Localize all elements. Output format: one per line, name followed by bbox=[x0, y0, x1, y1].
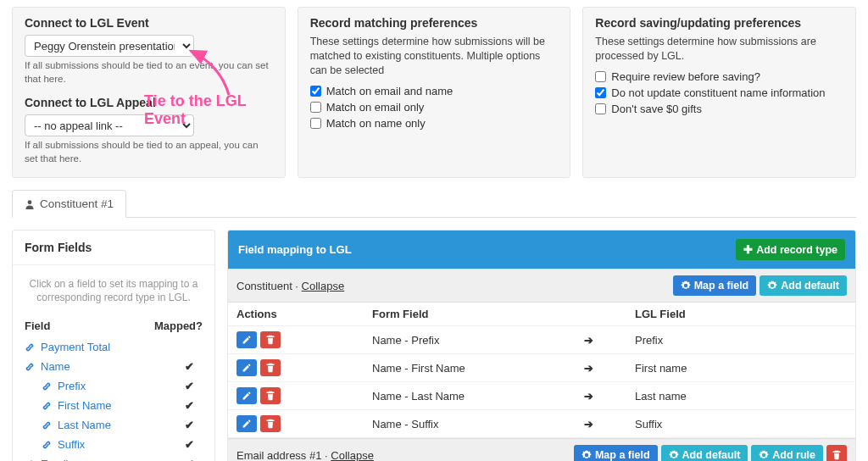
lgl-field-cell: Prefix bbox=[635, 334, 847, 347]
delete-mapping-button[interactable] bbox=[260, 331, 281, 348]
field-item: First Name✔ bbox=[13, 396, 214, 415]
edit-mapping-button[interactable] bbox=[236, 359, 257, 376]
match-checkbox[interactable] bbox=[310, 102, 321, 113]
appeal-hint: If all submissions should be tied to an … bbox=[25, 139, 273, 165]
field-link[interactable]: Name bbox=[25, 360, 70, 373]
saving-title: Record saving/updating preferences bbox=[595, 16, 843, 30]
match-option[interactable]: Match on email and name bbox=[310, 85, 559, 97]
form-field-cell: Name - Suffix bbox=[372, 418, 584, 430]
mapping-row: Name - Suffix➔Suffix bbox=[228, 410, 855, 438]
field-item: Prefix✔ bbox=[13, 376, 214, 396]
collapse-link[interactable]: Collapse bbox=[302, 280, 345, 292]
user-icon bbox=[25, 199, 35, 209]
edit-mapping-button[interactable] bbox=[236, 387, 257, 404]
group-name: Email address #1 · Collapse bbox=[236, 449, 374, 461]
link-icon bbox=[42, 401, 52, 411]
save-checkbox[interactable] bbox=[595, 71, 606, 82]
form-field-cell: Name - Last Name bbox=[372, 390, 584, 403]
event-select[interactable]: Peggy Orenstein presentation bbox=[25, 35, 194, 57]
trash-icon bbox=[265, 363, 275, 373]
add-record-type-button[interactable]: ✚Add record type bbox=[736, 239, 845, 260]
saving-panel: Record saving/updating preferences These… bbox=[582, 7, 856, 178]
gear-icon bbox=[581, 450, 592, 460]
link-icon bbox=[25, 342, 35, 353]
check-icon: ✔ bbox=[185, 399, 203, 412]
form-fields-panel: Form Fields Click on a field to set its … bbox=[12, 230, 215, 461]
field-link[interactable]: Prefix bbox=[42, 380, 86, 392]
edit-mapping-button[interactable] bbox=[236, 415, 257, 432]
save-checkbox[interactable] bbox=[595, 103, 606, 114]
gear-icon bbox=[669, 450, 679, 460]
mapping-columns: ActionsForm FieldLGL Field bbox=[228, 303, 855, 326]
link-icon bbox=[25, 362, 35, 372]
form-field-cell: Name - Prefix bbox=[372, 334, 584, 347]
tab-label: Constituent #1 bbox=[40, 197, 114, 210]
mapping-row: Name - Prefix➔Prefix bbox=[228, 326, 855, 354]
col-field: Field bbox=[25, 319, 50, 332]
field-link[interactable]: Email bbox=[25, 458, 69, 461]
edit-mapping-button[interactable] bbox=[236, 331, 257, 348]
tabs: Constituent #1 bbox=[12, 190, 856, 218]
gear-icon bbox=[759, 450, 769, 460]
mapping-title: Field mapping to LGL bbox=[238, 243, 352, 256]
matching-title: Record matching preferences bbox=[310, 16, 559, 30]
add-rule-button[interactable]: Add rule bbox=[751, 445, 823, 461]
delete-mapping-button[interactable] bbox=[260, 415, 281, 432]
check-icon: ✔ bbox=[185, 438, 203, 451]
trash-icon bbox=[265, 419, 275, 429]
field-link[interactable]: Suffix bbox=[42, 438, 85, 451]
connect-event-title: Connect to LGL Event bbox=[25, 16, 273, 30]
trash-icon bbox=[265, 391, 275, 401]
mapping-row: Name - Last Name➔Last name bbox=[228, 382, 855, 410]
edit-icon bbox=[242, 335, 252, 345]
connect-appeal-title: Connect to LGL Appeal bbox=[25, 96, 273, 109]
map-field-button[interactable]: Map a field bbox=[574, 445, 658, 461]
tab-constituent-1[interactable]: Constituent #1 bbox=[12, 190, 126, 218]
match-checkbox[interactable] bbox=[310, 86, 321, 97]
connect-panel: Connect to LGL Event Peggy Orenstein pre… bbox=[12, 7, 286, 178]
link-icon bbox=[42, 440, 52, 450]
gear-icon bbox=[767, 280, 777, 291]
save-option[interactable]: Do not update constituent name informati… bbox=[595, 86, 843, 99]
add-default-button[interactable]: Add default bbox=[661, 445, 748, 461]
link-icon bbox=[42, 420, 52, 430]
arrow-right-icon: ➔ bbox=[584, 362, 593, 375]
matching-panel: Record matching preferences These settin… bbox=[298, 7, 571, 178]
trash-icon bbox=[832, 450, 842, 460]
col-mapped: Mapped? bbox=[154, 319, 203, 332]
match-option[interactable]: Match on name only bbox=[310, 117, 559, 130]
mapping-panel: Field mapping to LGL ✚Add record type Co… bbox=[227, 230, 856, 461]
match-option[interactable]: Match on email only bbox=[310, 101, 559, 114]
edit-icon bbox=[242, 391, 252, 401]
saving-desc: These settings determine how submissions… bbox=[595, 35, 843, 64]
check-icon: ✔ bbox=[185, 360, 203, 373]
collapse-link[interactable]: Collapse bbox=[331, 449, 374, 461]
appeal-select[interactable]: -- no appeal link -- bbox=[25, 114, 194, 136]
group-header: Email address #1 · CollapseMap a field A… bbox=[228, 438, 855, 461]
arrow-right-icon: ➔ bbox=[584, 418, 593, 430]
field-link[interactable]: Payment Total bbox=[25, 341, 110, 353]
delete-mapping-button[interactable] bbox=[260, 359, 281, 376]
check-icon: ✔ bbox=[185, 380, 203, 392]
field-item: Suffix✔ bbox=[13, 435, 214, 454]
field-item: Payment Total bbox=[13, 337, 214, 357]
form-field-cell: Name - First Name bbox=[372, 362, 584, 375]
field-link[interactable]: First Name bbox=[42, 399, 112, 412]
group-name: Constituent · Collapse bbox=[236, 280, 344, 292]
match-checkbox[interactable] bbox=[310, 118, 321, 129]
arrow-right-icon: ➔ bbox=[584, 390, 593, 403]
lgl-field-cell: Suffix bbox=[635, 418, 847, 430]
matching-desc: These settings determine how submissions… bbox=[310, 35, 559, 78]
save-option[interactable]: Don't save $0 gifts bbox=[595, 103, 843, 115]
field-link[interactable]: Last Name bbox=[42, 419, 111, 431]
add-default-button[interactable]: Add default bbox=[760, 275, 847, 296]
map-field-button[interactable]: Map a field bbox=[673, 275, 757, 296]
mapping-row: Name - First Name➔First name bbox=[228, 354, 855, 382]
save-checkbox[interactable] bbox=[595, 87, 606, 98]
delete-mapping-button[interactable] bbox=[260, 387, 281, 404]
delete-group-button[interactable] bbox=[826, 445, 847, 461]
field-item: Last Name✔ bbox=[13, 415, 214, 435]
link-icon bbox=[42, 381, 52, 392]
check-icon: ✔ bbox=[185, 458, 203, 461]
save-option[interactable]: Require review before saving? bbox=[595, 70, 843, 83]
